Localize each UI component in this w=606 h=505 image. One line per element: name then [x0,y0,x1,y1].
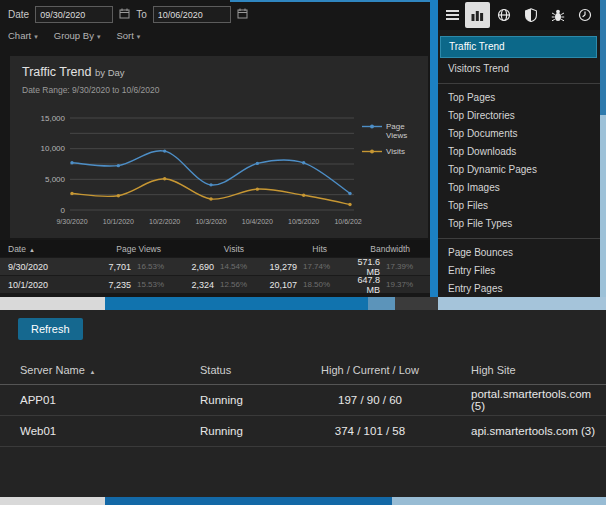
sidebar-item-entry-files[interactable]: Entry Files [438,262,600,280]
traffic-cell-value: 19,279 [264,262,297,272]
sidebar-item-entry-pages[interactable]: Entry Pages [438,280,600,298]
traffic-data-table: Date▲Page ViewsVisitsHitsBandwidth9/30/2… [0,240,430,293]
to-label: To [136,9,147,20]
server-table-row[interactable]: APP01Running197 / 90 / 60portal.smartert… [0,385,606,416]
traffic-cell-value: 2,324 [181,280,214,290]
traffic-cell-value: 2,690 [181,262,214,272]
server-monitor-panel: Refresh Server Name ▲StatusHigh / Curren… [0,310,606,497]
calendar-icon[interactable] [119,8,130,21]
traffic-col-header-page-views[interactable]: Page Views [98,244,181,254]
chart-title: Traffic Trend by Day [22,65,125,79]
sidebar-item-traffic-trend[interactable]: Traffic Trend [440,36,597,58]
sort-asc-icon: ▲ [29,247,35,253]
chart-dropdown[interactable]: Chart▾ [8,30,38,41]
sidebar-toolbar [438,0,600,30]
nav-divider [438,238,600,239]
sort-asc-icon: ▲ [88,369,96,375]
svg-text:10/6/2020: 10/6/2020 [334,218,362,225]
traffic-table-row[interactable]: 10/1/20207,23515.53%2,32412.56%20,10718.… [0,275,430,293]
server-col-header-high-site[interactable]: High Site [445,364,606,376]
sidebar-item-page-bounces[interactable]: Page Bounces [438,244,600,262]
traffic-report-panel: Date To Chart▾ Group By▾ Sort▾ Traffic T… [0,0,430,297]
traffic-cell-percent: 17.39% [380,262,430,271]
server-cell: api.smartertools.com (3) [445,425,606,437]
traffic-col-header-visits[interactable]: Visits [181,244,264,254]
globe-icon[interactable] [492,2,517,28]
server-table: Server Name ▲StatusHigh / Current / LowH… [0,356,606,447]
clock-icon[interactable] [572,2,597,28]
svg-text:10/2/2020: 10/2/2020 [149,218,180,225]
traffic-cell-date: 9/30/2020 [0,262,98,272]
sidebar-item-top-documents[interactable]: Top Documents [438,125,600,143]
calendar-icon[interactable] [237,8,248,21]
server-col-header-status[interactable]: Status [200,364,295,376]
svg-text:5,000: 5,000 [45,175,66,184]
bug-icon[interactable] [545,2,570,28]
traffic-cell-value: 7,235 [98,280,131,290]
legend-marker [362,122,382,131]
server-cell: portal.smartertools.com (5) [445,388,606,412]
report-nav-list: Traffic TrendVisitors TrendTop PagesTop … [438,30,600,298]
end-date-input[interactable] [153,6,231,23]
server-cell: APP01 [0,394,200,406]
server-cell: Running [200,425,295,437]
svg-text:10/3/2020: 10/3/2020 [195,218,226,225]
sidebar-item-top-files[interactable]: Top Files [438,197,600,215]
reports-sidebar: Traffic TrendVisitors TrendTop PagesTop … [438,0,600,297]
chevron-down-icon: ▾ [137,33,141,40]
vertical-divider-stripe [430,0,438,297]
server-cell: 374 / 101 / 58 [295,425,445,437]
legend-item-page-views[interactable]: Page Views [362,122,422,140]
bottom-edge-strip [0,497,606,505]
shield-icon[interactable] [519,2,544,28]
start-date-input[interactable] [35,6,113,23]
chevron-down-icon: ▾ [97,33,101,40]
chart-title-suffix: by Day [95,67,125,78]
traffic-cell-percent: 17.74% [297,262,347,271]
screenshot-root: Date To Chart▾ Group By▾ Sort▾ Traffic T… [0,0,606,505]
sidebar-item-top-file-types[interactable]: Top File Types [438,215,600,233]
date-label: Date [8,9,29,20]
sidebar-item-top-directories[interactable]: Top Directories [438,107,600,125]
date-filter-bar: Date To [8,5,248,24]
svg-text:10/4/2020: 10/4/2020 [242,218,273,225]
server-col-header-high-current-low[interactable]: High / Current / Low [295,364,445,376]
menu-icon[interactable] [440,2,464,28]
sidebar-item-top-dynamic-pages[interactable]: Top Dynamic Pages [438,161,600,179]
traffic-col-header-hits[interactable]: Hits [264,244,347,254]
traffic-trend-line-chart: 05,00010,00015,0009/30/202010/1/202010/2… [16,108,362,234]
traffic-col-header-date[interactable]: Date▲ [0,244,98,254]
server-col-header-server-name[interactable]: Server Name ▲ [0,364,200,376]
server-table-row[interactable]: Web01Running374 / 101 / 58api.smartertoo… [0,416,606,447]
sidebar-item-top-downloads[interactable]: Top Downloads [438,143,600,161]
svg-text:10,000: 10,000 [41,144,66,153]
horizontal-separator-strip [0,297,606,310]
traffic-cell-value: 571.6 MB [347,257,380,277]
traffic-col-header-bandwidth[interactable]: Bandwidth [347,244,430,254]
group-by-dropdown[interactable]: Group By▾ [54,30,101,41]
sidebar-item-top-pages[interactable]: Top Pages [438,89,600,107]
sidebar-item-top-images[interactable]: Top Images [438,179,600,197]
sort-dropdown[interactable]: Sort▾ [116,30,140,41]
sidebar-item-visitors-trend[interactable]: Visitors Trend [438,60,600,78]
traffic-cell-percent: 12.56% [214,280,264,289]
traffic-table-row[interactable]: 9/30/20207,70116.53%2,69014.54%19,27917.… [0,257,430,275]
traffic-cell-value: 647.8 MB [347,275,380,295]
refresh-button[interactable]: Refresh [18,318,83,340]
svg-text:10/5/2020: 10/5/2020 [288,218,319,225]
traffic-trend-chart-card: Traffic Trend by Day Date Range: 9/30/20… [10,56,428,238]
bar-chart-icon[interactable] [465,2,490,28]
traffic-cell-value: 20,107 [264,280,297,290]
traffic-cell-percent: 18.50% [297,280,347,289]
report-options-bar: Chart▾ Group By▾ Sort▾ [8,30,140,41]
chevron-down-icon: ▾ [34,33,38,40]
nav-divider [438,83,600,84]
traffic-cell-date: 10/1/2020 [0,280,98,290]
server-cell: 197 / 90 / 60 [295,394,445,406]
svg-text:0: 0 [61,206,66,215]
traffic-cell-value: 7,701 [98,262,131,272]
traffic-cell-percent: 15.53% [131,280,181,289]
legend-label: Visits [386,147,422,156]
server-cell: Web01 [0,425,200,437]
legend-item-visits[interactable]: Visits [362,147,422,156]
